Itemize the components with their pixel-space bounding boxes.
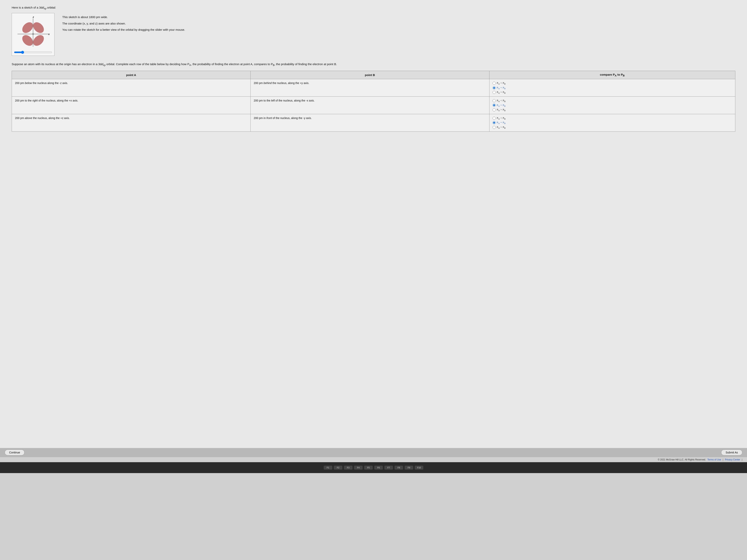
row2-options: PA < PB PA = PB PA > PB (493, 99, 732, 112)
continue-button[interactable]: Continue (5, 450, 25, 455)
table-row: 200 pm below the nucleus along the -z ax… (12, 79, 735, 97)
taskbar-key-f8[interactable]: F8 (394, 466, 403, 470)
row2-option-greater[interactable]: PA > PB (493, 108, 732, 112)
row1-radio-equal[interactable] (493, 86, 496, 89)
copyright-text: © 2021 McGraw Hill LLC. All Rights Reser… (658, 458, 706, 461)
taskbar-key-f3[interactable]: F3 (344, 466, 353, 470)
taskbar-key-f6[interactable]: F6 (374, 466, 383, 470)
row2-compare: PA < PB PA = PB PA > PB (489, 97, 735, 114)
orbital-diagram: z x (14, 16, 53, 50)
terms-of-use-link[interactable]: Terms of Use (707, 458, 721, 461)
row3-radio-equal[interactable] (493, 121, 496, 124)
footer-separator2: | (742, 458, 742, 461)
svg-point-7 (31, 33, 46, 48)
row3-option-equal[interactable]: PA = PB (493, 121, 732, 125)
col-header-compare: compare PA to PB (489, 71, 735, 79)
intro-heading: Here is a sketch of a 3ddxy orbital: (12, 6, 735, 10)
row2-option-less[interactable]: PA < PB (493, 99, 732, 103)
table-row: 200 pm above the nucleus, along the +z a… (12, 114, 735, 131)
taskbar-key-f1[interactable]: F1 (324, 466, 332, 470)
taskbar-key-f9[interactable]: F9 (405, 466, 413, 470)
taskbar-key-f5[interactable]: F5 (364, 466, 373, 470)
sketch-width-text: This sketch is about 1800 pm wide. (62, 15, 185, 20)
taskbar: F1 F2 F3 F4 F5 F6 F7 F8 F9 F10 (0, 462, 747, 473)
row1-option-equal[interactable]: PA = PB (493, 86, 732, 90)
row3-options: PA < PB PA = PB PA > PB (493, 116, 732, 129)
row1-option-greater[interactable]: PA > PB (493, 90, 732, 94)
svg-point-6 (20, 33, 35, 48)
rotate-text: You can rotate the sketch for a better v… (62, 28, 185, 32)
main-content: Here is a sketch of a 3ddxy orbital: z x (0, 0, 747, 448)
row3-option-greater[interactable]: PA > PB (493, 126, 732, 129)
comparison-table: point A point B compare PA to PB 200 pm … (12, 71, 735, 131)
svg-text:z: z (32, 16, 34, 19)
row3-radio-less[interactable] (493, 117, 496, 120)
orbital-sketch-box: z x (12, 13, 54, 56)
col-header-pointB: point B (251, 71, 489, 79)
row1-radio-less[interactable] (493, 82, 496, 85)
orbital-svg: z x (12, 15, 54, 50)
taskbar-key-f4[interactable]: F4 (354, 466, 363, 470)
row1-options: PA < PB PA = PB PA > PB (493, 81, 732, 94)
row3-pointA: 200 pm above the nucleus, along the +z a… (12, 114, 251, 131)
problem-statement: Suppose an atom with its nucleus at the … (12, 62, 735, 67)
row3-compare: PA < PB PA = PB PA > PB (489, 114, 735, 131)
row3-option-less[interactable]: PA < PB (493, 116, 732, 120)
table-row: 200 pm to the right of the nucleus, alon… (12, 97, 735, 114)
row1-option-less[interactable]: PA < PB (493, 81, 732, 85)
orbital-slider[interactable] (14, 51, 52, 54)
axes-text: The coordinate (x, y, and z) axes are al… (62, 21, 185, 26)
row2-option-equal[interactable]: PA = PB (493, 104, 732, 107)
privacy-center-link[interactable]: Privacy Center (725, 458, 740, 461)
bottom-action-bar: Continue Submit As (0, 448, 747, 457)
row2-pointB: 200 pm to the left of the nucleus, along… (251, 97, 489, 114)
row1-pointA: 200 pm below the nucleus along the -z ax… (12, 79, 251, 97)
intro-section: z x (12, 13, 735, 56)
row2-pointA: 200 pm to the right of the nucleus, alon… (12, 97, 251, 114)
row2-radio-equal[interactable] (493, 104, 496, 107)
footer-separator: | (723, 458, 723, 461)
submit-button[interactable]: Submit As (721, 450, 742, 455)
svg-point-5 (31, 20, 46, 35)
orbital-slider-row[interactable] (14, 51, 52, 54)
row3-radio-greater[interactable] (493, 126, 496, 129)
row1-pointB: 200 pm behind the nucleus, along the +y … (251, 79, 489, 97)
svg-point-4 (20, 20, 35, 35)
taskbar-key-f7[interactable]: F7 (384, 466, 393, 470)
intro-text-block: This sketch is about 1800 pm wide. The c… (62, 13, 185, 32)
footer-bar: © 2021 McGraw Hill LLC. All Rights Reser… (0, 457, 747, 462)
col-header-pointA: point A (12, 71, 251, 79)
row2-radio-greater[interactable] (493, 108, 496, 111)
row1-radio-greater[interactable] (493, 91, 496, 94)
row1-compare: PA < PB PA = PB PA > PB (489, 79, 735, 97)
taskbar-key-f2[interactable]: F2 (334, 466, 342, 470)
taskbar-key-f10[interactable]: F10 (415, 466, 423, 470)
row2-radio-less[interactable] (493, 99, 496, 102)
row3-pointB: 200 pm in front of the nucleus, along th… (251, 114, 489, 131)
svg-point-8 (32, 33, 34, 35)
